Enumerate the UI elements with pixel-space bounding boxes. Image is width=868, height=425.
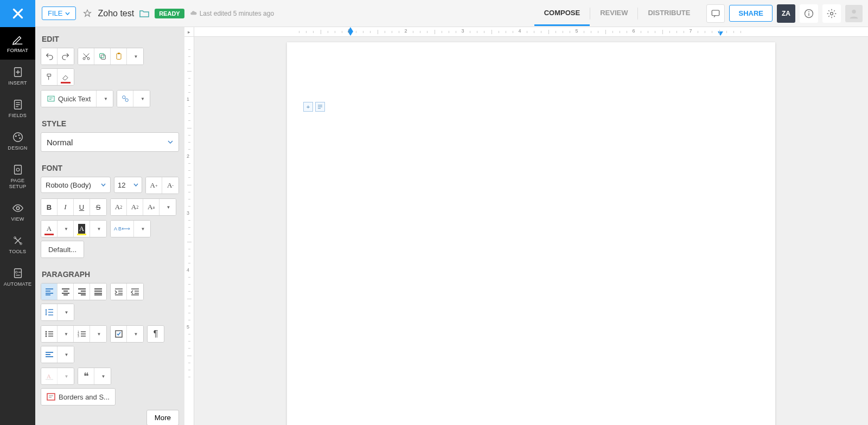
quick-text-button[interactable]: Quick Text bbox=[41, 91, 97, 107]
file-menu-label: FILE bbox=[48, 9, 62, 17]
chevron-down-icon bbox=[65, 12, 70, 15]
decrease-font-button[interactable]: A- bbox=[162, 177, 178, 194]
status-badge: READY bbox=[155, 9, 184, 18]
svg-rect-11 bbox=[14, 165, 21, 175]
highlight-color-button[interactable]: A bbox=[74, 221, 90, 237]
paste-dropdown[interactable]: ▼ bbox=[127, 48, 143, 65]
settings-button[interactable] bbox=[822, 4, 841, 23]
document-canvas-area: ▸ 1234567 12345 + bbox=[184, 27, 868, 425]
user-avatar[interactable] bbox=[845, 5, 863, 22]
tab-compose[interactable]: COMPOSE bbox=[534, 1, 590, 26]
right-margin-marker[interactable] bbox=[718, 31, 723, 36]
document-scroll-area[interactable]: + bbox=[194, 37, 868, 425]
paste-button[interactable] bbox=[111, 48, 127, 65]
pilcrow-button[interactable]: ¶ bbox=[148, 326, 164, 342]
font-size-select[interactable]: 12 bbox=[114, 177, 142, 193]
line-spacing-button[interactable] bbox=[41, 304, 58, 320]
zia-assistant-button[interactable]: ZA bbox=[777, 4, 795, 23]
nav-format[interactable]: FORMAT bbox=[0, 27, 35, 60]
align-left-button[interactable] bbox=[41, 284, 58, 300]
text-direction-button[interactable] bbox=[41, 346, 58, 363]
character-spacing-dropdown[interactable]: ▼ bbox=[134, 221, 150, 237]
strikethrough-button[interactable]: S bbox=[90, 199, 106, 215]
bullet-list-dropdown[interactable]: ▼ bbox=[58, 326, 74, 342]
page-content-handle[interactable] bbox=[315, 102, 325, 112]
share-button[interactable]: SHARE bbox=[729, 5, 773, 22]
character-spacing-button[interactable]: A B bbox=[111, 221, 134, 237]
file-menu-button[interactable]: FILE bbox=[42, 7, 76, 20]
ruler-number: 5 bbox=[575, 28, 578, 34]
find-replace-button[interactable] bbox=[117, 91, 133, 107]
redo-button[interactable] bbox=[58, 48, 74, 65]
numbered-list-dropdown[interactable]: ▼ bbox=[90, 326, 106, 342]
favorite-star-button[interactable] bbox=[82, 9, 92, 18]
more-button[interactable]: More bbox=[146, 410, 179, 425]
nav-tools[interactable]: TOOLS bbox=[0, 228, 35, 261]
nav-view[interactable]: VIEW bbox=[0, 196, 35, 228]
format-painter-button[interactable] bbox=[41, 69, 58, 85]
font-color-button[interactable]: A bbox=[41, 221, 58, 237]
comment-icon bbox=[711, 9, 720, 18]
font-color-dropdown[interactable]: ▼ bbox=[58, 221, 74, 237]
change-case-button[interactable]: Aa bbox=[143, 199, 159, 215]
scissors-icon bbox=[82, 52, 91, 61]
ruler-corner[interactable]: ▸ bbox=[184, 27, 194, 37]
indent-decrease-button[interactable] bbox=[127, 284, 143, 300]
text-direction-dropdown[interactable]: ▼ bbox=[58, 346, 74, 363]
borders-shading-button[interactable]: Borders and S... bbox=[41, 389, 115, 405]
nav-page-setup[interactable]: PAGE SETUP bbox=[0, 157, 35, 196]
superscript-button[interactable]: A2 bbox=[111, 199, 127, 215]
checklist-button[interactable] bbox=[111, 326, 127, 342]
subscript-button[interactable]: A2 bbox=[127, 199, 143, 215]
comments-button[interactable] bbox=[706, 4, 725, 23]
align-center-button[interactable] bbox=[58, 284, 74, 300]
blockquote-button[interactable]: ❝ bbox=[78, 368, 94, 384]
default-font-button[interactable]: Default... bbox=[41, 241, 84, 257]
change-case-dropdown[interactable]: ▼ bbox=[159, 199, 176, 215]
font-family-select[interactable]: Roboto (Body) bbox=[41, 177, 111, 193]
info-button[interactable] bbox=[800, 4, 818, 23]
nav-automate[interactable]: AUTOMATE bbox=[0, 261, 35, 293]
format-panel: EDIT ▼ bbox=[35, 27, 184, 425]
line-spacing-dropdown[interactable]: ▼ bbox=[58, 304, 74, 320]
folder-button[interactable] bbox=[139, 9, 149, 18]
shading-button[interactable]: A bbox=[41, 368, 58, 384]
align-right-button[interactable] bbox=[74, 284, 90, 300]
page-setup-icon bbox=[12, 164, 24, 176]
page-add-handle[interactable]: + bbox=[303, 102, 313, 112]
find-replace-dropdown[interactable]: ▼ bbox=[133, 91, 150, 107]
bullet-list-button[interactable] bbox=[41, 326, 58, 342]
spacing-icon bbox=[122, 227, 130, 230]
document-page[interactable]: + bbox=[287, 42, 775, 425]
vertical-ruler[interactable]: 12345 bbox=[184, 37, 194, 425]
increase-font-button[interactable]: A+ bbox=[146, 177, 162, 194]
quick-text-dropdown[interactable]: ▼ bbox=[97, 91, 113, 107]
shading-dropdown[interactable]: ▼ bbox=[58, 368, 74, 384]
horizontal-ruler[interactable]: 1234567 bbox=[194, 27, 868, 37]
align-justify-button[interactable] bbox=[90, 284, 106, 300]
undo-button[interactable] bbox=[41, 48, 58, 65]
bold-button[interactable]: B bbox=[41, 199, 58, 215]
align-justify-icon bbox=[94, 288, 103, 295]
app-logo[interactable] bbox=[0, 0, 35, 27]
nav-fields[interactable]: FIELDS bbox=[0, 92, 35, 125]
italic-button[interactable]: I bbox=[58, 199, 74, 215]
nav-design[interactable]: DESIGN bbox=[0, 125, 35, 157]
clear-formatting-button[interactable] bbox=[58, 69, 74, 85]
checklist-dropdown[interactable]: ▼ bbox=[127, 326, 143, 342]
design-icon bbox=[12, 131, 24, 143]
borders-icon bbox=[47, 393, 55, 401]
highlight-color-dropdown[interactable]: ▼ bbox=[90, 221, 106, 237]
document-title[interactable]: Zoho test bbox=[98, 9, 134, 18]
cut-button[interactable] bbox=[78, 48, 94, 65]
tab-review[interactable]: REVIEW bbox=[590, 1, 637, 26]
ruler-number: 3 bbox=[461, 28, 464, 34]
nav-insert[interactable]: INSERT bbox=[0, 60, 35, 92]
blockquote-dropdown[interactable]: ▼ bbox=[94, 368, 111, 384]
indent-increase-button[interactable] bbox=[111, 284, 127, 300]
style-select[interactable]: Normal bbox=[41, 132, 179, 152]
copy-button[interactable] bbox=[94, 48, 111, 65]
tab-distribute[interactable]: DISTRIBUTE bbox=[638, 1, 700, 26]
numbered-list-button[interactable]: 123 bbox=[74, 326, 90, 342]
underline-button[interactable]: U bbox=[74, 199, 90, 215]
